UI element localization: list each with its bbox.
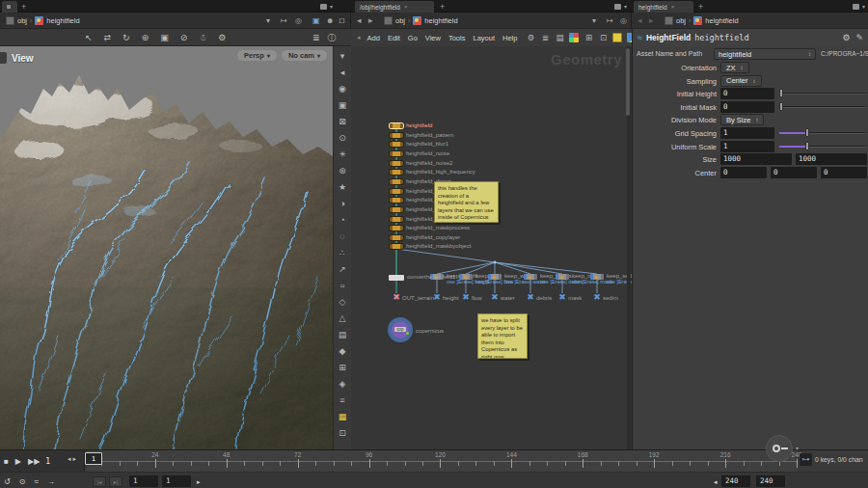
pane-menu-params[interactable]: ▾ (853, 1, 865, 12)
menu-layout[interactable]: Layout (473, 34, 495, 42)
node-height[interactable]: ✖height (432, 293, 442, 302)
param-field-center-2[interactable]: 0 (821, 167, 867, 178)
node-heightfield_flowfield[interactable]: heightfield_flowfield (390, 207, 403, 212)
breadcrumb-left[interactable]: obj › heightfield (6, 14, 80, 27)
slider-handle[interactable] (805, 128, 809, 137)
param-slider-grid-spacing[interactable] (779, 132, 866, 134)
realtime-toggle-icon[interactable]: ↺ (4, 477, 11, 486)
grid-icon[interactable]: ▦ (336, 409, 350, 425)
point-numbers-icon[interactable]: ¹² (336, 278, 350, 294)
node-copernicus[interactable]: copcopernicus (388, 317, 413, 342)
breadcrumb-network[interactable]: obj › heightfield (384, 14, 458, 27)
materials-icon[interactable]: ◈ (336, 376, 350, 393)
ghost-objects-icon[interactable]: ◌ (336, 229, 350, 245)
color-palette-icon[interactable] (569, 33, 579, 42)
pane-menu-left[interactable]: ▾ (320, 1, 333, 12)
playback-clock-icon[interactable]: ⊙ (19, 477, 26, 486)
set-key-button[interactable] (766, 435, 793, 462)
back-icon[interactable]: ◂ (357, 14, 362, 27)
node-heightfield_high_frequency[interactable]: heightfield_high_frequency (390, 170, 403, 175)
param-dropdown-division-mode[interactable]: By Size↕ (720, 114, 764, 125)
global-range-start-field[interactable]: 1 (129, 475, 158, 487)
radial-menu-icon[interactable]: ◎ (620, 14, 627, 27)
range-start-button[interactable]: |◂ (93, 476, 106, 487)
param-field-size-1[interactable]: 1000 (796, 153, 867, 165)
node-heightfield_erode_channel[interactable]: heightfield_erode_channel (390, 189, 403, 194)
scrollbar-thumb[interactable] (626, 48, 630, 116)
param-field-center-0[interactable]: 0 (720, 167, 767, 178)
node-heightfield_maskbyobject[interactable]: heightfield_maskbyobject (390, 244, 403, 249)
handles-tool-icon[interactable]: ⊛ (142, 29, 149, 46)
shadows-icon[interactable]: ◑ (336, 196, 350, 212)
snap-icon[interactable]: ⊡ (598, 33, 608, 42)
asset-name-dropdown[interactable]: heightfield↕ (714, 48, 816, 60)
node-keep_debris[interactable]: keep_debrisuse [Erase] debris (524, 274, 537, 280)
pin-icon[interactable]: ↦ (607, 14, 613, 27)
display-points-icon[interactable]: ∴ (336, 245, 350, 261)
gear-icon[interactable]: ⚙ (842, 33, 850, 42)
display-options-icon[interactable]: ≣ (312, 29, 320, 46)
new-tab-button-params[interactable]: + (698, 0, 703, 13)
param-dropdown-orientation[interactable]: ZX↕ (720, 62, 749, 73)
tool-options-icon[interactable]: ⚙ (218, 29, 226, 46)
node-heightfield_blur1[interactable]: heightfield_blur1 (390, 142, 403, 147)
pane-handle-icon[interactable]: ▾ (336, 48, 350, 65)
select-tool-icon[interactable]: ↖ (85, 29, 93, 46)
close-tab-icon[interactable]: × (671, 4, 675, 10)
pin-icon[interactable]: ↦ (281, 14, 287, 27)
menu-add[interactable]: Add (367, 34, 380, 42)
current-frame-display[interactable]: 1 (45, 457, 50, 466)
rotate-tool-icon[interactable]: ↻ (122, 29, 130, 46)
node-heightfield_noise2[interactable]: heightfield_noise2 (390, 161, 403, 166)
path-dropdown-icon[interactable]: ▾ (592, 14, 596, 27)
sticky-note-icon[interactable] (612, 33, 622, 42)
param-field-initial-mask[interactable]: 0 (720, 101, 774, 113)
param-field-grid-spacing[interactable]: 1 (720, 127, 774, 139)
node-name-field[interactable]: heightfield (694, 33, 748, 42)
param-slider-uniform-scale[interactable] (779, 146, 866, 148)
range-expand-icon[interactable]: ▸ (197, 478, 201, 486)
menu-view[interactable]: View (425, 34, 441, 42)
current-frame-marker[interactable]: 1 (85, 452, 102, 465)
node-heightfield_flowfield2[interactable]: heightfield_flowfield2 (390, 217, 403, 222)
pane-corner-icon[interactable] (0, 52, 7, 64)
param-field-size-0[interactable]: 1000 (720, 153, 792, 165)
network-pane-tab[interactable]: /obj/heightfield× (355, 1, 434, 13)
prev-frame-icon[interactable]: ◂ (68, 455, 71, 463)
align-nodes-icon[interactable]: ⊞ (583, 33, 593, 42)
param-slider-initial-mask[interactable] (779, 106, 866, 108)
play-icon[interactable]: ▶ (15, 457, 21, 466)
box-select-icon[interactable]: ▣ (160, 29, 169, 46)
viewport-pane-tab[interactable] (2, 1, 17, 13)
key-options-caret-icon[interactable]: ▾ (796, 445, 799, 451)
node-flow[interactable]: ✖flow (461, 293, 471, 302)
wireframe-icon[interactable]: ⊞ (336, 360, 350, 376)
slider-handle[interactable] (779, 102, 783, 111)
ambient-occlusion-icon[interactable]: ◔ (336, 212, 350, 229)
persp-button[interactable]: Persp▾ (237, 50, 277, 61)
sticky-note-2[interactable]: we have to split every layer to be able … (477, 313, 528, 359)
brush-icon[interactable]: ✎ (855, 33, 863, 42)
next-frame-icon[interactable]: ▸ (73, 455, 77, 463)
menu-help[interactable]: Help (502, 34, 517, 42)
stow-panel-icon[interactable]: □ (339, 14, 344, 27)
node-heightfield_pattern[interactable]: heightfield_pattern (390, 133, 403, 138)
back-icon[interactable]: ◂ (637, 14, 642, 27)
range-end-button[interactable]: ▸| (109, 476, 122, 487)
playback-range-end-field[interactable]: 240 (721, 475, 750, 487)
prim-normals-icon[interactable]: △ (336, 311, 350, 327)
param-field-uniform-scale[interactable]: 1 (720, 141, 774, 152)
slider-handle[interactable] (805, 142, 809, 150)
node-keep_mask[interactable]: keep_maskuse [Erase] mask (556, 274, 569, 280)
help-icon[interactable]: ⓘ (328, 29, 337, 46)
node-heightfield_maskprocess[interactable]: heightfield_maskprocess (390, 226, 403, 230)
visualizers-icon[interactable]: ≡ (336, 393, 350, 409)
new-tab-button-network[interactable]: + (440, 0, 445, 13)
scene-viewport[interactable]: View Persp▾ No cam▾ (0, 46, 333, 449)
lock-view-icon[interactable]: ⊠ (336, 114, 350, 130)
prim-numbers-icon[interactable]: ▤ (336, 327, 350, 343)
collapse-toolbar-icon[interactable]: ◂ (336, 65, 350, 81)
sticky-note-1[interactable]: this handles the creation of a heightfie… (434, 181, 499, 223)
param-field-center-1[interactable]: 0 (771, 167, 817, 178)
node-list-icon[interactable]: ≣ (540, 33, 550, 42)
